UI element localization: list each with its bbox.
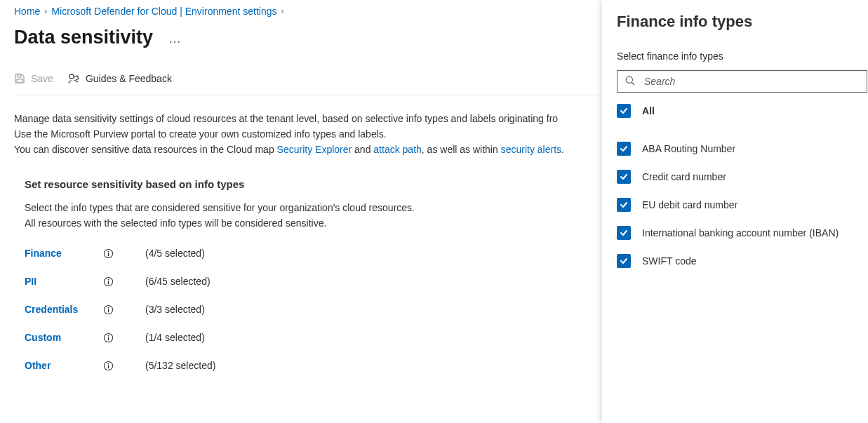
panel-title: Finance info types [617, 13, 868, 31]
chevron-right-icon: › [44, 6, 47, 16]
checkbox-label: EU debit card number [642, 199, 737, 210]
svg-rect-8 [108, 281, 109, 284]
category-row-credentials: Credentials (3/3 selected) [25, 304, 602, 315]
search-input[interactable] [643, 75, 860, 88]
breadcrumb: Home › Microsoft Defender for Cloud | En… [14, 6, 602, 17]
checkbox-label-all: All [642, 105, 655, 116]
checkbox-label: Credit card number [642, 171, 726, 182]
section-subtitle: Select the info types that are considere… [25, 200, 602, 231]
checkbox-credit-card[interactable] [617, 170, 631, 184]
svg-rect-17 [108, 365, 109, 368]
svg-rect-5 [108, 253, 109, 256]
category-count: (1/4 selected) [145, 332, 205, 343]
chevron-right-icon: › [281, 6, 283, 16]
svg-rect-1 [17, 79, 22, 83]
checkbox-label: ABA Routing Number [642, 143, 735, 154]
checkbox-iban[interactable] [617, 226, 631, 240]
svg-point-2 [69, 74, 74, 79]
search-icon [625, 75, 636, 88]
svg-point-16 [108, 363, 109, 364]
info-icon[interactable] [103, 304, 114, 315]
main-pane: Home › Microsoft Defender for Cloud | En… [0, 0, 602, 423]
svg-point-13 [108, 335, 109, 336]
page-header: Data sensitivity … [14, 27, 602, 48]
category-count: (5/132 selected) [145, 360, 215, 371]
category-link-finance[interactable]: Finance [25, 248, 103, 259]
category-row-finance: Finance (4/5 selected) [25, 248, 602, 259]
info-icon[interactable] [103, 333, 114, 343]
feedback-icon [67, 72, 80, 85]
category-count: (3/3 selected) [145, 304, 205, 315]
checkbox-row: EU debit card number [617, 198, 868, 212]
category-row-pii: PII (6/45 selected) [25, 276, 602, 287]
category-link-custom[interactable]: Custom [25, 332, 103, 343]
checkbox-all[interactable] [617, 104, 631, 118]
checkbox-row: Credit card number [617, 170, 868, 184]
link-security-alerts[interactable]: security alerts [501, 144, 561, 155]
info-icon[interactable] [103, 248, 114, 259]
category-link-credentials[interactable]: Credentials [25, 304, 103, 315]
checkbox-row: SWIFT code [617, 254, 868, 268]
checkbox-label: International banking account number (IB… [642, 227, 839, 239]
info-icon[interactable] [103, 276, 114, 287]
checkbox-eu-debit[interactable] [617, 198, 631, 212]
svg-point-10 [108, 307, 109, 308]
checkbox-row: International banking account number (IB… [617, 226, 868, 240]
guides-feedback-button[interactable]: Guides & Feedback [67, 72, 172, 85]
page-title: Data sensitivity [14, 27, 153, 48]
link-security-explorer[interactable]: Security Explorer [277, 144, 352, 155]
side-panel: Finance info types Select finance info t… [602, 0, 868, 423]
guides-label: Guides & Feedback [86, 73, 172, 84]
toolbar: Save Guides & Feedback [14, 72, 602, 95]
save-button[interactable]: Save [14, 73, 53, 84]
svg-rect-0 [18, 74, 22, 77]
breadcrumb-home[interactable]: Home [14, 6, 40, 17]
category-row-other: Other (5/132 selected) [25, 360, 602, 371]
link-attack-path[interactable]: attack path [373, 144, 422, 155]
svg-line-19 [632, 82, 635, 85]
svg-point-18 [626, 76, 632, 83]
svg-rect-11 [108, 309, 109, 312]
checkbox-label: SWIFT code [642, 255, 697, 267]
save-label: Save [31, 73, 53, 84]
svg-point-7 [108, 278, 109, 280]
svg-point-4 [108, 250, 109, 252]
category-list: Finance (4/5 selected) PII (6/45 selecte… [25, 248, 602, 371]
checkbox-row: ABA Routing Number [617, 142, 868, 156]
category-row-custom: Custom (1/4 selected) [25, 332, 602, 343]
info-icon[interactable] [103, 361, 114, 371]
checkbox-row-all: All [617, 104, 868, 118]
more-icon[interactable]: … [166, 32, 184, 46]
breadcrumb-defender[interactable]: Microsoft Defender for Cloud | Environme… [51, 6, 276, 17]
category-count: (6/45 selected) [145, 276, 211, 287]
checkbox-swift[interactable] [617, 254, 631, 268]
section-title: Set resource sensitivity based on info t… [25, 178, 602, 190]
category-link-pii[interactable]: PII [25, 276, 103, 287]
svg-rect-14 [108, 337, 109, 340]
save-icon [14, 73, 25, 84]
category-link-other[interactable]: Other [25, 360, 103, 371]
search-box[interactable] [617, 70, 867, 93]
category-count: (4/5 selected) [145, 248, 205, 259]
panel-subtitle: Select finance info types [617, 51, 868, 62]
checkbox-aba[interactable] [617, 142, 631, 156]
intro-text: Manage data sensitivity settings of clou… [14, 111, 596, 157]
